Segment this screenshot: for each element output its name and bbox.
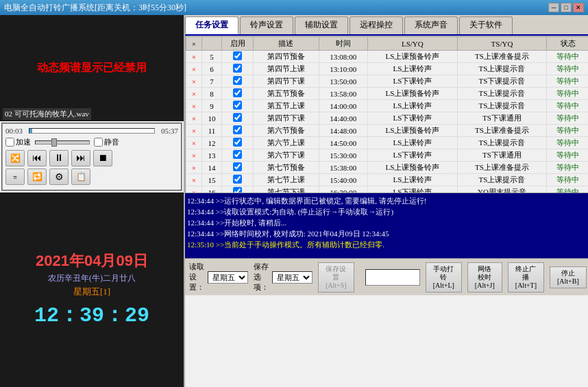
tab-task-settings[interactable]: 任务设置 — [185, 16, 238, 34]
right-panel: 任务设置 铃声设置 辅助设置 远程操控 系统声音 关于软件 × 启用 描述 时间 — [185, 15, 588, 387]
playback-buttons: 🔀 ⏮ ⏸ ⏭ ⏹ — [5, 150, 178, 166]
row-enable[interactable] — [222, 63, 254, 75]
row-status: 等待中 — [547, 174, 588, 186]
window-controls[interactable]: ─ □ ✕ — [548, 3, 584, 12]
row-time: 14:50:00 — [319, 137, 368, 149]
row-id: 8 — [201, 88, 222, 100]
save-dropdown[interactable]: 星期五 — [272, 271, 313, 284]
row-delete[interactable]: × — [186, 174, 202, 186]
row-ls: LS下课铃声 — [368, 149, 458, 162]
row-enable[interactable] — [222, 186, 254, 194]
row-enable[interactable] — [222, 137, 254, 149]
row-enable[interactable] — [222, 51, 254, 63]
speed-slider[interactable] — [35, 140, 90, 145]
repeat-button[interactable]: 🔁 — [27, 168, 47, 185]
read-label: 读取设置： — [189, 262, 205, 292]
tab-assist-settings[interactable]: 辅助设置 — [295, 16, 348, 34]
row-ls: LS上课铃声 — [368, 100, 458, 112]
next-button[interactable]: ⏭ — [71, 150, 90, 166]
row-desc: 第七节下课 — [254, 186, 319, 194]
close-button[interactable]: ✕ — [573, 3, 584, 12]
stop-button[interactable]: 停止 [Alt+B] — [550, 266, 587, 288]
progress-bar[interactable] — [29, 128, 155, 134]
table-row[interactable]: × 12 第六节上课 14:50:00 LS上课铃声 TS上课提示音 等待中 — [186, 137, 589, 149]
maximize-button[interactable]: □ — [561, 3, 572, 12]
row-ls: LS上课预备铃声 — [368, 51, 458, 63]
row-delete[interactable]: × — [186, 137, 202, 149]
row-ts: TS上课提示音 — [457, 137, 547, 149]
settings-button[interactable]: ⚙ — [49, 168, 69, 185]
row-id: 13 — [201, 149, 222, 162]
row-delete[interactable]: × — [186, 112, 202, 125]
row-delete[interactable]: × — [186, 63, 202, 75]
col-delete: × — [186, 37, 202, 51]
table-row[interactable]: × 11 第六节预备 14:48:00 LS上课预备铃声 TS上课准备提示 等待… — [186, 125, 589, 137]
row-delete[interactable]: × — [186, 100, 202, 112]
stop-button[interactable]: ⏹ — [93, 150, 112, 166]
stop-broadcast-button[interactable]: 终止广播 [Alt+T] — [508, 262, 544, 292]
row-desc: 第五节预备 — [254, 88, 319, 100]
minimize-button[interactable]: ─ — [548, 3, 559, 12]
row-enable[interactable] — [222, 149, 254, 162]
row-enable[interactable] — [222, 100, 254, 112]
row-enable[interactable] — [222, 75, 254, 88]
tab-remote-control[interactable]: 远程操控 — [350, 16, 403, 34]
row-status: 等待中 — [547, 125, 588, 137]
save-label: 保存选项： — [254, 262, 269, 292]
tab-system-sound[interactable]: 系统声音 — [404, 16, 458, 34]
mute-checkbox[interactable] — [94, 138, 103, 147]
row-enable[interactable] — [222, 174, 254, 186]
info-button[interactable]: 📋 — [71, 168, 90, 185]
manual-bell-button[interactable]: 手动打铃 [Alt+L] — [426, 262, 462, 292]
speed-slider-thumb[interactable] — [51, 138, 57, 147]
row-desc: 第四节预备 — [254, 51, 319, 63]
speed-checkbox-label[interactable]: 加速 — [5, 137, 31, 147]
table-row[interactable]: × 16 第七节下课 16:20:00 LS下课铃声 YQ周末提示音 等待中 — [186, 186, 589, 194]
table-row[interactable]: × 7 第四节下课 13:50:00 LS下课铃声 TS下课提示音 等待中 — [186, 75, 589, 88]
row-time: 13:50:00 — [319, 75, 368, 88]
row-enable[interactable] — [222, 88, 254, 100]
table-row[interactable]: × 9 第五节上课 14:00:00 LS上课铃声 TS上课提示音 等待中 — [186, 100, 589, 112]
row-delete[interactable]: × — [186, 88, 202, 100]
playlist-button[interactable]: ≡ — [5, 168, 25, 185]
task-table: × 启用 描述 时间 LS/YQ TS/YQ 状态 × 5 第四节预备 13:0… — [186, 36, 588, 193]
read-dropdown[interactable]: 星期五 — [208, 271, 248, 284]
weekday-display: 星期五[1] — [73, 286, 110, 298]
row-ls: LS上课预备铃声 — [368, 88, 458, 100]
table-row[interactable]: × 8 第五节预备 13:58:00 LS上课预备铃声 TS上课提示音 等待中 — [186, 88, 589, 100]
table-row[interactable]: × 14 第七节预备 15:38:00 LS上课预备铃声 TS上课准备提示 等待… — [186, 162, 589, 174]
table-row[interactable]: × 13 第六节下课 15:30:00 LS下课铃声 TS下课通用 等待中 — [186, 149, 589, 162]
row-ls: LS上课预备铃声 — [368, 125, 458, 137]
lunar-date: 农历辛丑年(牛)二月廿八 — [48, 273, 136, 284]
row-enable[interactable] — [222, 112, 254, 125]
row-delete[interactable]: × — [186, 51, 202, 63]
row-delete[interactable]: × — [186, 125, 202, 137]
row-delete[interactable]: × — [186, 149, 202, 162]
table-row[interactable]: × 15 第七节上课 15:40:00 LS上课铃声 TS上课提示音 等待中 — [186, 174, 589, 186]
text-input[interactable] — [365, 269, 420, 286]
mute-checkbox-label[interactable]: 静音 — [94, 137, 119, 147]
tab-about[interactable]: 关于软件 — [459, 16, 513, 34]
pause-button[interactable]: ⏸ — [49, 150, 69, 166]
prev-button[interactable]: ⏮ — [27, 150, 47, 166]
row-delete[interactable]: × — [186, 75, 202, 88]
task-table-body: × 5 第四节预备 13:08:00 LS上课预备铃声 TS上课准备提示 等待中… — [186, 51, 589, 194]
save-settings-button[interactable]: 保存设置 [Alt+S] — [318, 262, 354, 292]
table-row[interactable]: × 6 第四节上课 13:10:00 LS上课铃声 TS上课提示音 等待中 — [186, 63, 589, 75]
tab-bell-settings[interactable]: 铃声设置 — [240, 16, 293, 34]
table-row[interactable]: × 10 第四节下课 14:40:00 LS下课铃声 TS下课通用 等待中 — [186, 112, 589, 125]
row-status: 等待中 — [547, 149, 588, 162]
row-delete[interactable]: × — [186, 162, 202, 174]
row-ls: LS上课铃声 — [368, 137, 458, 149]
speed-checkbox[interactable] — [5, 138, 14, 147]
row-enable[interactable] — [222, 162, 254, 174]
bottom-controls: 读取设置： 星期五 保存选项： 星期五 保存设置 [Alt+S] 手动打铃 [A… — [185, 258, 588, 295]
row-enable[interactable] — [222, 125, 254, 137]
row-ts: TS上课提示音 — [457, 174, 547, 186]
net-check-button[interactable]: 网络校时 [Alt+J] — [467, 262, 502, 292]
task-table-wrapper[interactable]: × 启用 描述 时间 LS/YQ TS/YQ 状态 × 5 第四节预备 13:0… — [185, 36, 588, 193]
log-line: 12:34:44 >>网络时间校对, 校对成功: 2021年04月09日 12:… — [187, 228, 588, 239]
shuffle-button[interactable]: 🔀 — [5, 150, 25, 166]
row-delete[interactable]: × — [186, 186, 202, 194]
table-row[interactable]: × 5 第四节预备 13:08:00 LS上课预备铃声 TS上课准备提示 等待中 — [186, 51, 589, 63]
